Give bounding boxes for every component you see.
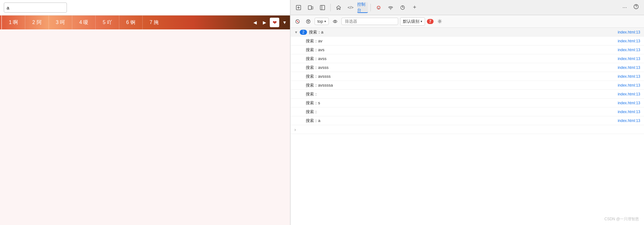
home-button[interactable] [333,2,344,13]
clear-console-button[interactable] [293,17,302,26]
more-tools-button[interactable]: ··· [620,4,629,11]
log-text-5: 搜索：avssss [306,74,618,79]
log-entry-7: 搜索： index.html:13 [291,90,644,99]
left-content [0,29,290,225]
log-text-8: 搜索：s [306,100,618,106]
tab-7[interactable]: 7 腌 [142,15,166,29]
svg-point-22 [439,21,440,22]
log-link-9[interactable]: index.html:13 [618,110,640,114]
tab-3[interactable]: 3 呵 [49,15,72,29]
separator-2 [370,4,371,11]
prev-tab-button[interactable]: ◀ [251,18,259,27]
device-toggle-button[interactable] [305,2,316,13]
log-link-1[interactable]: index.html:13 [618,39,640,43]
level-dropdown-arrow-icon: ▾ [421,20,422,23]
log-text-10: 搜索：a [306,118,618,124]
favorite-button[interactable]: ❤ [270,18,279,27]
svg-line-15 [297,21,298,22]
svg-rect-1 [308,6,311,9]
right-panel: </> 控制台 [290,0,644,225]
log-text-7: 搜索： [306,91,618,97]
log-level-dropdown[interactable]: 默认级别 ▾ [400,17,425,26]
search-bar [0,0,290,15]
log-entry-6: 搜索：avssssa index.html:13 [291,81,644,90]
svg-rect-3 [320,5,325,10]
search-input[interactable] [4,3,67,13]
tab-4[interactable]: 4 嗄 [72,15,95,29]
console-log-area: ▼ 2 搜索：a index.html:13 搜索：av index.html:… [291,28,644,225]
sources-button[interactable]: </> [345,2,356,13]
add-tool-button[interactable]: + [409,2,420,13]
svg-point-7 [379,7,380,7]
svg-point-13 [636,8,636,8]
eye-icon-button[interactable] [331,17,340,26]
debug-button[interactable] [373,2,384,13]
group-count-badge: 2 [300,30,307,35]
log-link-6[interactable]: index.html:13 [618,83,640,88]
log-entry-4: 搜索：avsss index.html:13 [291,63,644,72]
log-link-4[interactable]: index.html:13 [618,65,640,70]
performance-button[interactable] [397,2,408,13]
log-text-3: 搜索：avss [306,56,618,62]
tab-nav-buttons: ◀ ▶ ❤ ▼ [251,18,289,27]
expand-arrow-icon: ▼ [294,30,298,34]
network-button[interactable] [385,2,396,13]
log-text-2: 搜索：avs [306,47,618,53]
level-label: 默认级别 [403,19,419,24]
expand-chevron-icon: › [294,127,296,132]
log-link-7[interactable]: index.html:13 [618,92,640,96]
console-settings-button[interactable] [435,17,444,26]
separator-1 [330,4,331,11]
log-link-8[interactable]: index.html:13 [618,101,640,105]
log-entry-3: 搜索：avss index.html:13 [291,54,644,63]
top-label: top [317,19,323,24]
tab-2[interactable]: 2 阿 [25,15,48,29]
devtools-toolbar: </> 控制台 [291,0,644,15]
log-text-9: 搜索： [306,109,618,115]
left-panel: 1 啊 2 阿 3 呵 4 嗄 5 吖 6 锕 7 腌 ◀ ▶ ❤ ▼ [0,0,290,225]
expand-row[interactable]: › [291,125,644,134]
log-link-3[interactable]: index.html:13 [618,57,640,61]
filter-input[interactable] [341,18,398,25]
log-entry-5: 搜索：avssss index.html:13 [291,72,644,81]
help-button[interactable] [631,4,641,11]
tab-dropdown-button[interactable]: ▼ [281,18,289,27]
inspect-element-button[interactable] [293,2,304,13]
log-entry-9: 搜索： index.html:13 [291,107,644,116]
console-tab-button[interactable]: 控制台 [357,2,368,13]
filter-toggle-button[interactable] [304,17,313,26]
log-entry-8: 搜索：s index.html:13 [291,99,644,107]
error-count-badge: 7 [427,19,434,24]
log-text-6: 搜索：avssssa [306,82,618,88]
svg-rect-2 [312,7,313,9]
svg-point-8 [390,9,391,10]
tab-1[interactable]: 1 啊 [1,15,25,29]
svg-point-20 [333,20,337,23]
svg-point-21 [334,21,336,22]
log-entry-1: 搜索：av index.html:13 [291,37,644,46]
log-link-10[interactable]: index.html:13 [618,119,640,123]
top-context-dropdown[interactable]: top ▾ [315,18,329,25]
log-entry-2: 搜索：avs index.html:13 [291,46,644,54]
sidebar-toggle-button[interactable] [317,2,328,13]
log-text-1: 搜索：av [306,38,618,44]
log-group-text: 搜索：a [309,29,618,35]
tab-bar: 1 啊 2 阿 3 呵 4 嗄 5 吖 6 锕 7 腌 ◀ ▶ ❤ ▼ [0,15,290,29]
log-link-2[interactable]: index.html:13 [618,48,640,52]
watermark: CSDN @一只理智恩 [604,216,639,222]
log-entry-10: 搜索：a index.html:13 [291,116,644,125]
console-toolbar: top ▾ 默认级别 ▾ 7 [291,15,644,28]
log-link-5[interactable]: index.html:13 [618,74,640,79]
dropdown-arrow-icon: ▾ [324,20,326,23]
log-group-header: ▼ 2 搜索：a index.html:13 [291,28,644,37]
tab-6[interactable]: 6 锕 [119,15,142,29]
console-label: 控制台 [357,2,368,13]
next-tab-button[interactable]: ▶ [260,18,269,27]
tab-5[interactable]: 5 吖 [95,15,119,29]
svg-point-6 [378,7,378,7]
log-text-4: 搜索：avsss [306,65,618,70]
log-group-link[interactable]: index.html:13 [618,30,640,34]
